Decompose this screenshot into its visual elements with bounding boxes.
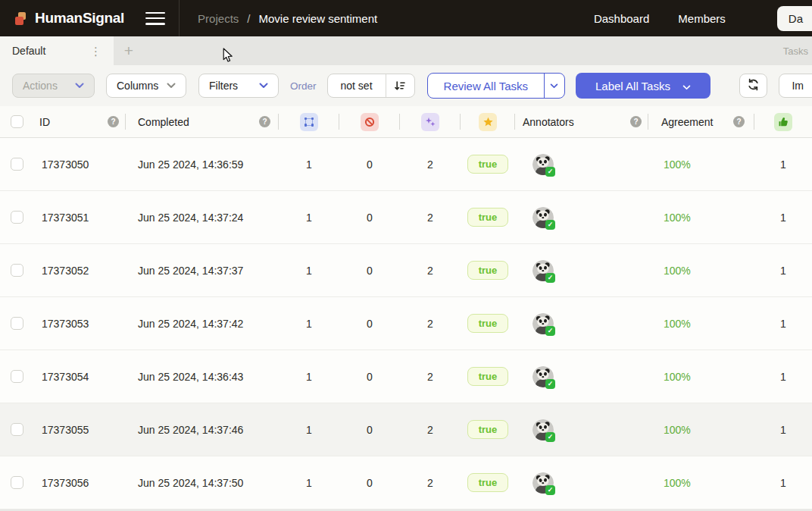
chevron-down-icon[interactable] [544, 74, 564, 98]
predictions-count: 2 [400, 318, 461, 330]
annotators-cell: ✓ [515, 472, 648, 494]
nav-members-link[interactable]: Members [678, 12, 726, 25]
thumbs-up-icon[interactable] [774, 113, 792, 131]
row-select-cell [0, 370, 33, 383]
predictions-count: 2 [400, 158, 461, 171]
tab-menu-kebab-icon[interactable]: ⋮ [87, 44, 105, 58]
agreement-column-label[interactable]: Agreement [661, 116, 713, 128]
breadcrumb-separator: / [247, 12, 250, 25]
annotators-cell: ✓ [515, 366, 648, 387]
refresh-button[interactable] [739, 74, 767, 98]
chevron-down-icon [682, 80, 691, 92]
table-row[interactable]: 17373051 Jun 25 2024, 14:37:24 1 0 2 tru… [0, 191, 812, 244]
filters-dropdown[interactable]: Filters [198, 74, 279, 98]
row-checkbox[interactable] [11, 264, 23, 277]
review-all-tasks-button[interactable]: Review All Tasks [427, 73, 565, 99]
order-label: Order [290, 80, 317, 92]
breadcrumb-projects-link[interactable]: Projects [198, 12, 239, 25]
predictions-icon[interactable] [421, 113, 439, 131]
annotator-avatar[interactable]: ✓ [532, 154, 554, 175]
annotator-avatar[interactable]: ✓ [532, 472, 554, 494]
import-button[interactable]: Im [779, 74, 812, 98]
row-checkbox[interactable] [11, 158, 23, 171]
row-select-cell [0, 317, 33, 330]
annotator-avatar[interactable]: ✓ [532, 366, 554, 387]
agreement-value: 100% [648, 212, 754, 224]
help-icon[interactable]: ? [259, 116, 270, 127]
task-id: 17373050 [33, 158, 126, 171]
tab-default[interactable]: Default ⋮ [0, 36, 114, 65]
table-row[interactable]: 17373056 Jun 25 2024, 14:37:50 1 0 2 tru… [0, 456, 812, 509]
select-all-checkbox[interactable] [11, 115, 23, 128]
ground-truth-badge: true [467, 367, 509, 386]
completed-timestamp: Jun 25 2024, 14:37:42 [126, 318, 279, 330]
agreement-value: 100% [648, 477, 754, 489]
logo-text: HumanSignal [35, 10, 124, 27]
annotators-column-label[interactable]: Annotators [523, 116, 574, 128]
predictions-count: 2 [400, 477, 461, 489]
columns-label: Columns [117, 80, 158, 92]
sort-direction-icon[interactable] [386, 74, 414, 97]
agreement-value: 100% [648, 158, 754, 171]
hamburger-menu-icon[interactable] [145, 12, 165, 25]
agreement-value: 100% [648, 265, 754, 277]
row-select-cell [0, 423, 33, 436]
annotations-count-icon[interactable] [300, 113, 318, 131]
columns-dropdown[interactable]: Columns [106, 74, 186, 98]
column-header-ground-truth [461, 106, 515, 137]
annotator-avatar[interactable]: ✓ [532, 419, 554, 440]
annotator-check-icon: ✓ [545, 220, 555, 230]
refresh-icon [747, 78, 760, 93]
label-all-tasks-button[interactable]: Label All Tasks [576, 73, 710, 99]
annotations-count: 1 [279, 158, 339, 171]
column-header-agreement: Agreement ? [648, 106, 754, 137]
annotator-avatar[interactable]: ✓ [532, 313, 554, 334]
help-icon[interactable]: ? [108, 116, 119, 127]
reviewed-count: 1 [754, 318, 812, 330]
table-row[interactable]: 17373052 Jun 25 2024, 14:37:37 1 0 2 tru… [0, 244, 812, 297]
column-header-completed: Completed ? [126, 106, 279, 137]
table-row[interactable]: 17373053 Jun 25 2024, 14:37:42 1 0 2 tru… [0, 297, 812, 350]
annotator-avatar[interactable]: ✓ [532, 260, 554, 281]
ground-truth-badge: true [467, 155, 509, 174]
row-checkbox[interactable] [11, 211, 23, 224]
reviewed-count: 1 [754, 477, 812, 489]
row-checkbox[interactable] [11, 370, 23, 383]
table-body: 17373050 Jun 25 2024, 14:36:59 1 0 2 tru… [0, 138, 812, 509]
predictions-count: 2 [400, 212, 461, 224]
predictions-count: 2 [400, 371, 461, 383]
table-row[interactable]: 17373055 Jun 25 2024, 14:37:46 1 0 2 tru… [0, 403, 812, 456]
ground-truth-cell: true [461, 261, 515, 280]
help-icon[interactable]: ? [733, 116, 745, 127]
column-header-cancelled [339, 106, 400, 137]
breadcrumb: Projects / Movie review sentiment [198, 12, 377, 25]
table-row[interactable]: 17373054 Jun 25 2024, 14:36:43 1 0 2 tru… [0, 350, 812, 403]
add-tab-button[interactable]: + [114, 36, 144, 65]
row-checkbox[interactable] [11, 476, 23, 489]
help-icon[interactable]: ? [630, 116, 642, 127]
row-checkbox[interactable] [11, 317, 23, 330]
completed-column-label[interactable]: Completed [138, 116, 189, 128]
logo-icon [15, 12, 28, 25]
order-value-dropdown[interactable]: not set [328, 74, 386, 97]
row-checkbox[interactable] [11, 423, 23, 436]
nav-dashboard-link[interactable]: Dashboard [594, 12, 649, 25]
actions-dropdown[interactable]: Actions [12, 74, 95, 98]
annotations-count: 1 [279, 212, 339, 224]
agreement-value: 100% [648, 424, 754, 436]
top-nav: Dashboard Members Da [594, 6, 812, 31]
task-id: 17373052 [33, 265, 126, 277]
cancelled-count: 0 [339, 212, 400, 224]
cancelled-annotations-icon[interactable] [361, 113, 379, 131]
annotator-check-icon: ✓ [545, 326, 555, 336]
account-button[interactable]: Da [777, 6, 812, 31]
table-row[interactable]: 17373050 Jun 25 2024, 14:36:59 1 0 2 tru… [0, 138, 812, 191]
star-icon[interactable] [479, 113, 497, 131]
agreement-value: 100% [648, 371, 754, 383]
id-column-label[interactable]: ID [39, 116, 50, 128]
annotator-avatar[interactable]: ✓ [532, 207, 554, 228]
annotators-cell: ✓ [515, 419, 648, 440]
review-all-tasks-label: Review All Tasks [428, 74, 544, 98]
cancelled-count: 0 [339, 477, 400, 489]
agreement-value: 100% [648, 318, 754, 330]
